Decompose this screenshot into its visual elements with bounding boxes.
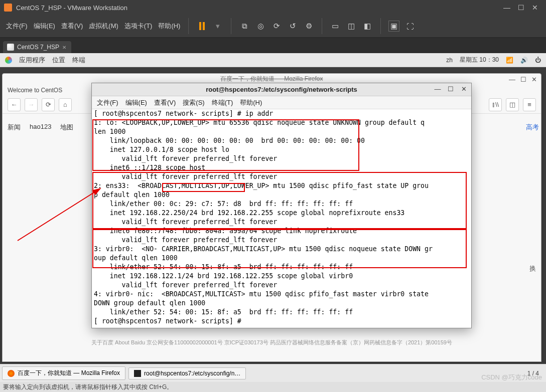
menu-view[interactable]: 查看(V): [61, 22, 83, 31]
vmware-title: CentOS 7_HSP - VMware Workstation: [16, 4, 127, 12]
vm-tab-label: CentOS 7_HSP: [17, 44, 59, 51]
firefox-icon: [8, 370, 15, 377]
menu-tabs[interactable]: 选项卡(T): [124, 22, 153, 31]
window-maximize-button[interactable]: ☐: [514, 4, 528, 12]
link-change[interactable]: 换: [529, 264, 536, 273]
vmware-statusbar: 要将输入定向到该虚拟机，请将鼠标指针移入其中或按 Ctrl+G。: [0, 382, 546, 392]
nav-back-button[interactable]: ←: [8, 98, 21, 111]
snapshot-manager-button[interactable]: ⟳: [271, 21, 282, 31]
library-button[interactable]: ⫿\\: [489, 98, 502, 111]
sidebar-button[interactable]: ◫: [506, 98, 519, 111]
terminal-icon: [134, 370, 141, 377]
link-news[interactable]: 新闻: [8, 123, 21, 132]
menu-edit[interactable]: 编辑(E): [34, 22, 55, 31]
terminal-maximize-button[interactable]: ☐: [446, 85, 455, 93]
vm-tab[interactable]: CentOS 7_HSP ✕: [3, 41, 71, 53]
window-minimize-button[interactable]: —: [500, 4, 514, 12]
vm-tab-icon: [7, 44, 14, 51]
panel-volume-icon[interactable]: 🔊: [520, 57, 528, 64]
revert-button[interactable]: ↺: [288, 21, 298, 31]
terminal-menubar: 文件(F) 编辑(E) 查看(V) 搜索(S) 终端(T) 帮助(H): [92, 96, 471, 109]
terminal-close-button[interactable]: ✕: [459, 85, 468, 93]
fullscreen-button[interactable]: ⛶: [405, 21, 415, 31]
link-gaokao[interactable]: 高考: [526, 123, 539, 132]
term-menu-search[interactable]: 搜索(S): [183, 98, 204, 107]
terminal-title: root@hspcentos7:/etc/sysconfig/network-s…: [206, 86, 357, 93]
send-ctrlaltdel-button[interactable]: ⧉: [239, 21, 249, 31]
gnome-top-panel: 应用程序 位置 终端 zh 星期五 10：30 📶 🔊 ⏻: [0, 53, 546, 67]
taskbar-terminal-button[interactable]: root@hspcentos7:/etc/sysconfig/n…: [128, 367, 246, 379]
firefox-title: 百度一下，你就知道 — Mozilla Firefox: [3, 75, 541, 83]
vmware-menubar: 文件(F) 编辑(E) 查看(V) 虚拟机(M) 选项卡(T) 帮助(H) ▾ …: [0, 15, 546, 38]
taskbar-terminal-label: root@hspcentos7:/etc/sysconfig/n…: [144, 370, 240, 377]
link-hao123[interactable]: hao123: [30, 123, 51, 132]
term-menu-terminal[interactable]: 终端(T): [212, 98, 233, 107]
workspace-indicator[interactable]: 1 / 4: [522, 370, 544, 377]
vmware-tabstrip: CentOS 7_HSP ✕: [0, 38, 546, 53]
vmware-status-text: 要将输入定向到该虚拟机，请将鼠标指针移入其中或按 Ctrl+G。: [3, 383, 173, 391]
firefox-tab[interactable]: Welcome to CentOS: [3, 85, 67, 96]
activities-icon[interactable]: [5, 57, 12, 64]
settings-button[interactable]: ⚙: [304, 21, 314, 31]
baidu-footer: 关于百度 About Baidu 京公网安备11000002000001号 京I…: [3, 337, 541, 348]
term-menu-view[interactable]: 查看(V): [154, 98, 176, 107]
terminal-titlebar: root@hspcentos7:/etc/sysconfig/network-s…: [92, 83, 471, 96]
power-dropdown[interactable]: ▾: [213, 21, 223, 31]
vmware-icon: [4, 4, 12, 12]
menu-file[interactable]: 文件(F): [6, 22, 28, 31]
panel-network-icon[interactable]: 📶: [506, 57, 513, 64]
panel-terminal[interactable]: 终端: [72, 56, 85, 65]
vm-tab-close-icon[interactable]: ✕: [62, 45, 66, 50]
terminal-minimize-button[interactable]: —: [433, 85, 442, 93]
term-menu-help[interactable]: 帮助(H): [240, 98, 262, 107]
menu-help[interactable]: 帮助(H): [158, 22, 180, 31]
panel-power-icon[interactable]: ⏻: [535, 57, 541, 64]
taskbar-firefox-label: 百度一下，你就知道 — Mozilla Firefox: [18, 369, 120, 377]
nav-forward-button[interactable]: →: [25, 98, 38, 111]
layout1-button[interactable]: ▭: [330, 21, 340, 31]
term-menu-edit[interactable]: 编辑(E): [125, 98, 147, 107]
nav-home-button[interactable]: ⌂: [59, 98, 72, 111]
menu-vm[interactable]: 虚拟机(M): [89, 22, 118, 31]
vmware-titlebar: CentOS 7_HSP - VMware Workstation — ☐ ✕: [0, 0, 546, 15]
snapshot-button[interactable]: ◎: [255, 21, 265, 31]
panel-clock[interactable]: 星期五 10：30: [460, 56, 499, 64]
gnome-taskbar: 百度一下，你就知道 — Mozilla Firefox root@hspcent…: [0, 364, 546, 382]
layout2-button[interactable]: ◫: [346, 21, 356, 31]
taskbar-firefox-button[interactable]: 百度一下，你就知道 — Mozilla Firefox: [2, 366, 125, 380]
layout3-button[interactable]: ◧: [362, 21, 372, 31]
panel-applications[interactable]: 应用程序: [19, 56, 45, 65]
window-close-button[interactable]: ✕: [528, 4, 542, 12]
menu-button[interactable]: ≡: [523, 98, 536, 111]
console-button[interactable]: ▣: [389, 21, 399, 31]
link-map[interactable]: 地图: [60, 123, 73, 132]
gnome-terminal-window: root@hspcentos7:/etc/sysconfig/network-s…: [91, 83, 472, 328]
panel-lang[interactable]: zh: [446, 57, 453, 64]
pause-button[interactable]: [197, 21, 207, 31]
term-menu-file[interactable]: 文件(F): [97, 98, 118, 107]
terminal-output[interactable]: [ root@hspcentos7 network- scripts] # ip…: [92, 109, 471, 328]
panel-places[interactable]: 位置: [52, 56, 65, 65]
nav-reload-button[interactable]: ⟳: [42, 98, 55, 111]
